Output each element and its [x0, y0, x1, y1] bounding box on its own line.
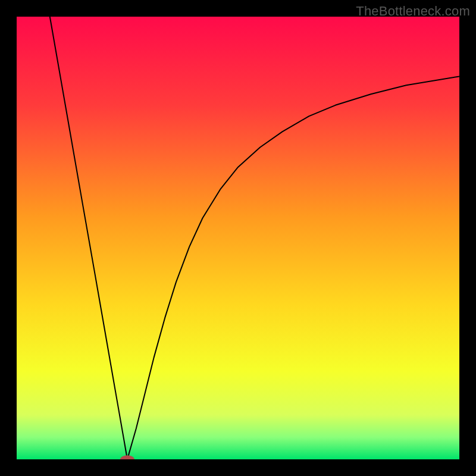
watermark-text: TheBottleneck.com — [356, 4, 470, 19]
gradient-bg — [17, 17, 459, 459]
chart-frame: TheBottleneck.com — [0, 0, 476, 476]
plot-svg — [17, 17, 459, 459]
plot-area — [17, 17, 459, 459]
